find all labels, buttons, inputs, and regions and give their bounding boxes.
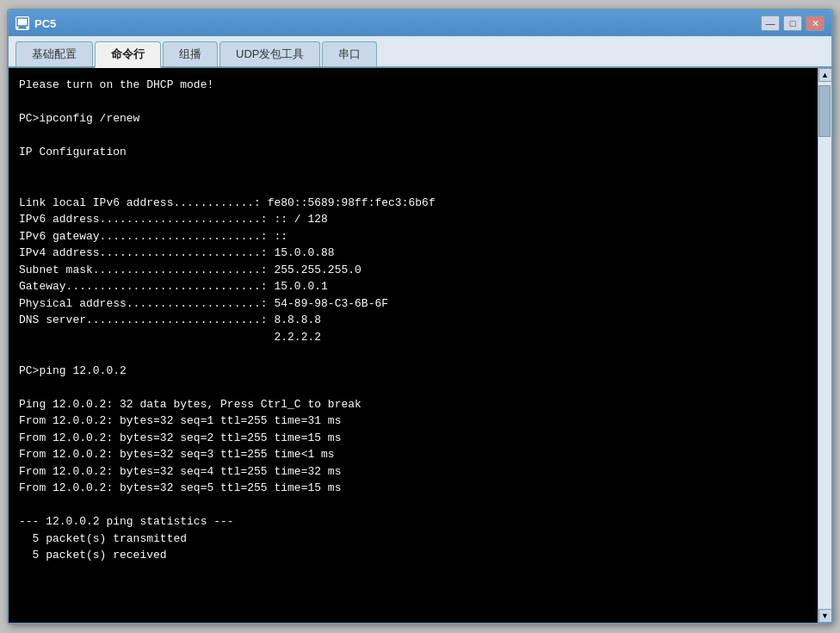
tab-command-line[interactable]: 命令行 [95, 41, 161, 68]
scrollbar-track[interactable] [818, 82, 831, 609]
tab-multicast[interactable]: 组播 [163, 41, 218, 66]
titlebar: PC5 — □ ✕ [9, 10, 831, 36]
scrollbar-thumb[interactable] [818, 85, 831, 137]
main-window: PC5 — □ ✕ 基础配置 命令行 组播 UDP发包工具 串口 Please … [7, 9, 833, 624]
scroll-down-button[interactable]: ▼ [818, 609, 832, 623]
minimize-button[interactable]: — [761, 16, 780, 31]
scrollbar[interactable]: ▲ ▼ [818, 68, 831, 623]
svg-rect-2 [18, 28, 27, 29]
scroll-up-button[interactable]: ▲ [818, 68, 832, 82]
tab-serial[interactable]: 串口 [322, 41, 377, 66]
tab-basic-config[interactable]: 基础配置 [15, 41, 93, 66]
maximize-button[interactable]: □ [783, 16, 802, 31]
window-title: PC5 [34, 17, 761, 30]
content-area: Please turn on the DHCP mode! PC>ipconfi… [9, 68, 831, 623]
svg-rect-0 [17, 18, 28, 26]
window-icon [15, 16, 29, 30]
tab-udp-tool[interactable]: UDP发包工具 [219, 41, 320, 66]
window-controls: — □ ✕ [761, 16, 825, 31]
svg-rect-1 [19, 26, 26, 28]
tabs-bar: 基础配置 命令行 组播 UDP发包工具 串口 [9, 36, 831, 68]
close-button[interactable]: ✕ [806, 16, 825, 31]
terminal-output[interactable]: Please turn on the DHCP mode! PC>ipconfi… [9, 68, 818, 623]
